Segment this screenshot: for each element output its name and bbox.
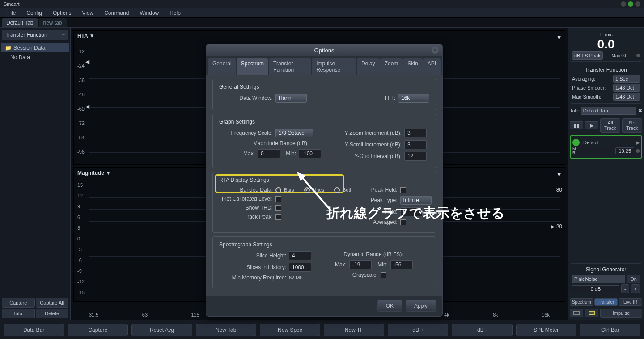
meter-label[interactable]: L_mic — [572, 32, 640, 37]
meter-scale-select[interactable]: dB FS Peak — [572, 51, 603, 60]
fft-select[interactable]: 16k — [398, 94, 429, 103]
apply-button[interactable]: Apply — [406, 300, 436, 312]
hamburger-icon[interactable]: ≡ — [62, 32, 65, 38]
siggen-minus-button[interactable]: - — [621, 284, 629, 293]
y-zoom-input[interactable] — [404, 129, 427, 137]
tab-default[interactable]: Default Tab — [2, 18, 38, 27]
app-title: Smaart — [4, 1, 19, 7]
menu-config[interactable]: Config — [21, 9, 47, 17]
dialog-title: Options × — [206, 44, 442, 56]
mode-transfer[interactable]: Transfer — [594, 298, 618, 306]
general-settings-group: General Settings Data Window: Hann FFT: … — [212, 79, 436, 110]
status-dot-icon — [636, 149, 640, 153]
tab-new[interactable]: new tab — [39, 18, 67, 27]
all-track-button[interactable]: All Track — [600, 118, 620, 133]
layout-dual-icon[interactable] — [585, 309, 598, 317]
averaging-select[interactable]: 1 Sec — [613, 75, 640, 83]
capture-button[interactable]: Capture — [2, 298, 35, 308]
chevron-down-icon[interactable]: ▼ — [556, 34, 562, 41]
y-grid-input[interactable] — [404, 152, 427, 161]
delete-button[interactable]: Delete — [36, 309, 69, 318]
phase-smooth-select[interactable]: 1/48 Oct — [613, 84, 640, 92]
ok-button[interactable]: OK — [377, 300, 402, 312]
mag-min-input[interactable] — [299, 149, 321, 158]
mag-max-input[interactable] — [258, 149, 280, 158]
active-dot-icon[interactable] — [572, 139, 580, 146]
spl-meter-button[interactable]: SPL Meter — [516, 324, 576, 336]
freq-scale-select[interactable]: 1/3 Octave — [275, 129, 313, 137]
data-window-select[interactable]: Hann — [275, 94, 307, 103]
slice-height-input[interactable] — [289, 251, 311, 260]
sidebar-title: Transfer Function — [5, 32, 47, 38]
info-button[interactable]: Info — [2, 309, 35, 318]
chevron-down-icon[interactable]: ▼ — [556, 171, 562, 178]
play-icon[interactable]: ▶ — [636, 140, 640, 146]
tab-impulse[interactable]: Impulse Response — [312, 58, 356, 75]
tab-zoom[interactable]: Zoom — [380, 58, 403, 75]
tab-general[interactable]: General — [208, 58, 236, 75]
tree-session-data[interactable]: 📁 Session Data — [1, 43, 69, 52]
dialog-close-icon[interactable]: × — [432, 47, 439, 54]
minimize-icon[interactable] — [621, 1, 626, 7]
show-thd-checkbox[interactable] — [275, 205, 281, 211]
tab-api[interactable]: API — [423, 58, 441, 75]
peak-type-select[interactable]: Infinite — [400, 196, 432, 205]
menu-command[interactable]: Command — [99, 9, 134, 17]
no-track-button[interactable]: No Track — [622, 118, 642, 133]
specto-max-input[interactable] — [349, 260, 372, 269]
siggen-type-select[interactable]: Pink Noise — [572, 275, 625, 283]
hold-input[interactable] — [400, 207, 423, 216]
plot-calibrated-checkbox[interactable] — [275, 196, 281, 202]
tab-select[interactable]: Default Tab — [581, 107, 636, 115]
mode-spectrum[interactable]: Spectrum — [570, 298, 593, 306]
peak-hold-checkbox[interactable] — [400, 187, 406, 193]
menu-options[interactable]: Options — [47, 9, 76, 17]
y-scroll-input[interactable] — [404, 140, 427, 149]
menu-window[interactable]: Window — [135, 9, 165, 17]
db-plus-button[interactable]: dB + — [388, 324, 448, 336]
siggen-level[interactable]: 0 dB — [572, 285, 619, 292]
averaged-checkbox[interactable] — [400, 219, 406, 225]
tab-transfer[interactable]: Transfer Function — [269, 58, 311, 75]
db-minus-button[interactable]: dB - — [452, 324, 512, 336]
capture-all-button[interactable]: Capture All — [36, 298, 69, 308]
tree-no-data[interactable]: No Data — [1, 53, 69, 62]
new-spec-button[interactable]: New Spec — [260, 324, 320, 336]
banded-bars-radio[interactable] — [275, 187, 281, 193]
mode-buttons: Spectrum Transfer Live IR — [570, 298, 642, 306]
status-dot-icon — [636, 54, 640, 57]
capture-button[interactable]: Capture — [68, 324, 128, 336]
impulse-button[interactable]: Impulse — [600, 309, 642, 318]
settings-icon[interactable]: ✖ — [638, 108, 642, 114]
default-measurement-box[interactable]: Default ▶ M R 10.25 — [570, 135, 642, 159]
menu-file[interactable]: File — [2, 9, 21, 17]
tab-skin[interactable]: Skin — [403, 58, 422, 75]
siggen-plus-button[interactable]: + — [631, 284, 640, 293]
graph-settings-group: Graph Settings Frequency Scale: 1/3 Octa… — [212, 114, 436, 168]
menu-help[interactable]: Help — [164, 9, 186, 17]
mag-smooth-select[interactable]: 1/48 Oct — [613, 93, 640, 101]
menu-view[interactable]: View — [76, 9, 99, 17]
reset-avg-button[interactable]: Reset Avg — [131, 324, 192, 336]
tab-spectrum[interactable]: Spectrum — [237, 58, 268, 75]
new-tf-button[interactable]: New TF — [324, 324, 384, 336]
ctrl-bar-button[interactable]: Ctrl Bar — [580, 324, 640, 336]
databar-button[interactable]: Data Bar — [4, 324, 64, 336]
spectrograph-group: Spectrograph Settings Slice Height: Slic… — [212, 236, 436, 288]
new-tab-button[interactable]: New Tab — [196, 324, 256, 336]
banded-lines-radio[interactable] — [304, 187, 310, 193]
specto-min-input[interactable] — [390, 260, 413, 269]
close-icon[interactable] — [635, 1, 640, 7]
siggen-on-button[interactable]: On — [627, 275, 640, 283]
slices-history-input[interactable] — [289, 263, 311, 272]
track-peak-checkbox[interactable] — [275, 214, 281, 220]
banded-both-radio[interactable] — [334, 187, 340, 193]
pause-icon[interactable]: ▮▮ — [570, 121, 583, 129]
rta-title[interactable]: RTA ▼ — [74, 31, 565, 41]
layout-single-icon[interactable] — [570, 309, 583, 317]
tab-delay[interactable]: Delay — [357, 58, 380, 75]
mode-live-ir[interactable]: Live IR — [619, 298, 642, 306]
play-icon[interactable]: ▶ — [585, 121, 598, 129]
maximize-icon[interactable] — [628, 1, 633, 7]
grayscale-checkbox[interactable] — [381, 272, 386, 278]
